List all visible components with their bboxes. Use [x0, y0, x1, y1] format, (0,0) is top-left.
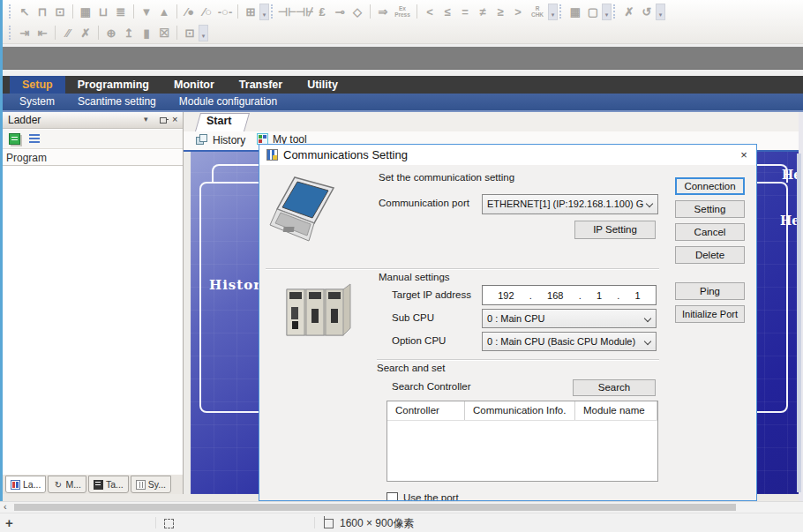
- contact-b-icon[interactable]: ∕○: [199, 4, 216, 20]
- panel-dropdown-icon[interactable]: ▾: [144, 115, 148, 124]
- ping-button[interactable]: Ping: [675, 282, 745, 300]
- expression-icon[interactable]: ExPress: [392, 5, 413, 18]
- equal-icon[interactable]: =: [456, 4, 474, 20]
- controller-table[interactable]: ControllerCommunication Info.Module name: [386, 401, 658, 482]
- history-button[interactable]: History: [213, 134, 245, 146]
- ladder-list-icon[interactable]: [29, 134, 41, 144]
- bar-icon[interactable]: ▮: [138, 25, 155, 41]
- transfer-instruction-icon[interactable]: ⇒: [374, 4, 392, 20]
- panel-tab-ladder[interactable]: La...: [5, 476, 46, 493]
- greater-than-icon[interactable]: >: [509, 4, 527, 20]
- scroll-left-arrow-icon[interactable]: ‹: [4, 501, 7, 512]
- menu-tab-monitor[interactable]: Monitor: [161, 76, 227, 94]
- less-than-icon[interactable]: <: [421, 4, 439, 20]
- panel-tab-table[interactable]: Ta...: [88, 476, 129, 493]
- toolbar-drag-handle[interactable]: [613, 4, 616, 19]
- set-coil-icon[interactable]: ₤: [313, 4, 331, 20]
- communication-port-combobox[interactable]: ETHERNET[1] (IP:192.168.1.100) G: [482, 194, 658, 214]
- less-equal-icon[interactable]: ≤: [439, 4, 456, 20]
- loopback-icon[interactable]: ⊡: [181, 25, 199, 41]
- toolbar-dropdown-icon[interactable]: ▾: [548, 4, 558, 20]
- menu-tab-transfer[interactable]: Transfer: [227, 76, 295, 94]
- out-coil-icon[interactable]: ◇: [349, 4, 366, 20]
- toolbar-drag-handle[interactable]: [559, 4, 562, 19]
- ip-setting-button[interactable]: IP Setting: [574, 221, 656, 239]
- menu-tab-utility[interactable]: Utility: [295, 76, 350, 94]
- toolbar-drag-handle[interactable]: [9, 4, 11, 19]
- dotted-box-icon[interactable]: ▢: [584, 4, 602, 20]
- cut-icon[interactable]: ✗: [620, 4, 638, 20]
- insert-row-icon[interactable]: ▼: [138, 4, 155, 20]
- new-program-icon[interactable]: [9, 133, 20, 145]
- table-header-3[interactable]: Module name: [575, 401, 657, 420]
- search-controller-label: Search Controller: [392, 381, 470, 392]
- setting-button[interactable]: Setting: [675, 200, 745, 218]
- function-block-icon[interactable]: ⊞: [242, 4, 259, 20]
- interlock-icon[interactable]: ⊓: [34, 4, 51, 20]
- toolbar-drag-handle[interactable]: [9, 26, 11, 40]
- initialize-port-button[interactable]: Initialize Port: [675, 305, 745, 323]
- use-port-checkbox[interactable]: [386, 492, 398, 501]
- clear-box-icon[interactable]: ☒: [155, 25, 173, 41]
- toolbar-separator: [133, 4, 134, 19]
- connection-button[interactable]: Connection: [675, 177, 745, 195]
- toolbar-dropdown-icon[interactable]: ▾: [199, 25, 208, 41]
- manual-settings-label: Manual settings: [379, 272, 450, 282]
- select-cursor-icon[interactable]: ↖: [16, 4, 34, 20]
- jump-right-icon[interactable]: ⇥: [16, 25, 34, 41]
- block-edit-icon[interactable]: ⊡: [51, 4, 69, 20]
- panel-pin-icon[interactable]: [159, 116, 169, 125]
- panel-tab-system[interactable]: Sy...: [131, 476, 171, 493]
- branch-icon[interactable]: ⊔: [94, 4, 112, 20]
- panel-tab-label: Ta...: [106, 479, 124, 490]
- move-tool-icon[interactable]: +: [5, 515, 13, 530]
- nc-contact-icon[interactable]: ⊣⊬: [296, 4, 313, 20]
- toolbar-separator: [98, 26, 99, 40]
- option-cpu-combobox[interactable]: 0 : Main CPU (Basic CPU Module): [482, 332, 657, 351]
- contact-a-icon[interactable]: ∕●: [181, 4, 199, 20]
- submenu-module-configuration[interactable]: Module configuration: [168, 94, 289, 110]
- jump-left-icon[interactable]: ⇤: [34, 25, 51, 41]
- delete-button[interactable]: Delete: [675, 246, 745, 264]
- upload-icon[interactable]: ↥: [120, 25, 138, 41]
- not-equal-icon[interactable]: ≠: [474, 4, 492, 20]
- panel-close-icon[interactable]: ×: [172, 114, 177, 124]
- rotate-icon[interactable]: ↺: [638, 4, 656, 20]
- program-group-row[interactable]: Program: [3, 150, 183, 166]
- reset-coil-icon[interactable]: ⊸: [331, 4, 349, 20]
- panel-tab-monitor[interactable]: ↻M...: [48, 476, 86, 493]
- content-vertical-scrollbar[interactable]: [797, 154, 801, 492]
- menu-tab-programming[interactable]: Programming: [65, 76, 161, 94]
- search-button[interactable]: Search: [573, 379, 656, 396]
- delete-row-icon[interactable]: ▲: [155, 4, 173, 20]
- submenu-system[interactable]: System: [8, 94, 66, 110]
- communication-port-label: Communication port: [379, 198, 469, 208]
- toolbar-separator: [417, 4, 417, 19]
- toolbar-dropdown-icon[interactable]: ▾: [259, 4, 269, 20]
- menu-tab-setup[interactable]: Setup: [10, 76, 65, 94]
- dialog-subtitle: Set the communication setting: [379, 172, 514, 183]
- table-header-1[interactable]: Controller: [387, 401, 465, 420]
- cancel-button[interactable]: Cancel: [675, 223, 745, 241]
- toolbar-dropdown-icon[interactable]: ▾: [602, 4, 612, 20]
- greater-equal-icon[interactable]: ≥: [492, 4, 509, 20]
- coil-icon[interactable]: -○-: [216, 4, 234, 20]
- comment-icon[interactable]: ∕∕: [59, 25, 77, 41]
- dialog-close-icon[interactable]: ×: [736, 147, 752, 162]
- toolbar-dropdown-icon[interactable]: ▾: [656, 4, 665, 20]
- submenu-scantime-setting[interactable]: Scantime setting: [66, 94, 168, 110]
- delete-icon[interactable]: ✗: [77, 25, 94, 41]
- dialog-title-bar[interactable]: Communications Setting ×: [259, 145, 756, 165]
- sub-cpu-combobox[interactable]: 0 : Main CPU: [482, 309, 657, 328]
- no-contact-icon[interactable]: ⊣⊢: [278, 4, 296, 20]
- rung-icon[interactable]: ≣: [112, 4, 130, 20]
- toolbar-drag-handle[interactable]: [271, 4, 274, 19]
- horizontal-scrollbar[interactable]: ‹: [0, 501, 803, 513]
- add-node-icon[interactable]: ⊕: [102, 25, 120, 41]
- table-header-2[interactable]: Communication Info.: [465, 401, 575, 420]
- range-check-icon[interactable]: RCHK: [527, 5, 548, 18]
- horizontal-scrollbar-thumb[interactable]: [14, 504, 736, 511]
- target-ip-field[interactable]: 192 . 168 . 1 . 1: [482, 285, 657, 305]
- data-table-icon[interactable]: ▦: [567, 4, 584, 20]
- grid-insert-icon[interactable]: ▦: [77, 4, 94, 20]
